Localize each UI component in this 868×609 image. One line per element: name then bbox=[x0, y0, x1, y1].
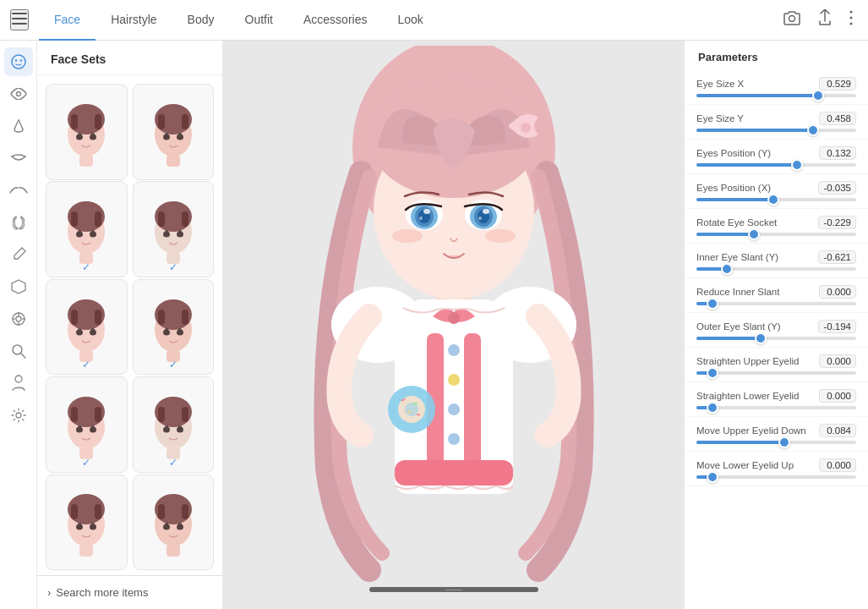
face-item[interactable]: ✓ bbox=[133, 376, 215, 473]
svg-point-28 bbox=[90, 134, 96, 140]
param-row: Move Upper Eyelid Down 0.084 bbox=[685, 417, 868, 452]
param-row: Eye Size Y 0.458 bbox=[685, 105, 868, 140]
svg-point-60 bbox=[90, 329, 96, 335]
params-title: Parameters bbox=[685, 41, 868, 70]
param-slider[interactable] bbox=[696, 441, 856, 444]
sidebar-shape-btn[interactable] bbox=[4, 272, 33, 301]
svg-marker-11 bbox=[12, 280, 25, 294]
face-grid: ✓ ✓ ✓ ✓ bbox=[37, 75, 222, 575]
sidebar-mouth-btn[interactable] bbox=[4, 144, 33, 173]
sidebar-eye-btn[interactable] bbox=[4, 80, 33, 108]
sidebar-search-btn[interactable] bbox=[4, 337, 33, 365]
face-item[interactable] bbox=[133, 475, 215, 571]
svg-rect-65 bbox=[158, 310, 165, 325]
svg-rect-50 bbox=[182, 211, 188, 227]
face-item[interactable]: ✓ bbox=[133, 181, 215, 277]
sidebar-person-btn[interactable] bbox=[4, 369, 33, 398]
svg-rect-101 bbox=[167, 545, 180, 557]
share-button[interactable] bbox=[812, 6, 838, 34]
sidebar-highlight-btn[interactable] bbox=[4, 304, 33, 333]
top-navigation: Face Hairstyle Body Outfit Accessories L… bbox=[0, 0, 868, 41]
svg-point-52 bbox=[177, 232, 183, 238]
param-row: Rotate Eye Socket -0.229 bbox=[685, 209, 868, 244]
param-slider[interactable] bbox=[696, 129, 856, 132]
tab-hairstyle[interactable]: Hairstyle bbox=[96, 0, 172, 41]
svg-point-100 bbox=[177, 524, 183, 530]
svg-point-91 bbox=[76, 524, 83, 530]
svg-rect-74 bbox=[95, 407, 101, 422]
search-more-button[interactable]: › Search more items bbox=[47, 586, 148, 599]
sidebar-face-btn[interactable] bbox=[4, 47, 33, 76]
face-item[interactable]: ✓ bbox=[46, 181, 128, 277]
svg-point-84 bbox=[177, 426, 183, 432]
svg-rect-1 bbox=[12, 18, 27, 19]
svg-point-83 bbox=[163, 426, 170, 432]
svg-point-68 bbox=[177, 329, 183, 335]
svg-rect-41 bbox=[71, 211, 78, 227]
param-label: Straighten Upper Eyelid bbox=[696, 356, 799, 366]
param-slider[interactable] bbox=[696, 406, 856, 409]
param-slider[interactable] bbox=[696, 371, 856, 375]
svg-point-99 bbox=[163, 524, 170, 530]
svg-rect-26 bbox=[95, 114, 101, 129]
param-slider[interactable] bbox=[696, 94, 856, 97]
sidebar-gear-btn[interactable] bbox=[4, 401, 33, 430]
param-label: Reduce Inner Slant bbox=[696, 287, 779, 297]
sidebar-nose-btn[interactable] bbox=[4, 112, 33, 140]
tab-body[interactable]: Body bbox=[172, 0, 230, 41]
checkmark-icon: ✓ bbox=[169, 359, 177, 370]
face-item[interactable] bbox=[46, 84, 128, 180]
tab-face[interactable]: Face bbox=[39, 0, 96, 41]
svg-rect-93 bbox=[79, 545, 93, 557]
svg-point-118 bbox=[483, 209, 489, 214]
more-button[interactable] bbox=[844, 7, 858, 33]
sidebar-brow-btn[interactable] bbox=[4, 176, 33, 205]
param-slider[interactable] bbox=[696, 475, 856, 479]
param-label: Eyes Position (X) bbox=[696, 183, 771, 193]
param-value: -0.229 bbox=[818, 216, 856, 229]
params-panel: Parameters Eye Size X 0.529 Eye Size Y 0… bbox=[684, 41, 868, 609]
svg-point-9 bbox=[19, 59, 21, 61]
sidebar-ear-btn[interactable] bbox=[4, 208, 33, 237]
sidebar-pen-btn[interactable] bbox=[4, 240, 33, 269]
tab-outfit[interactable]: Outfit bbox=[230, 0, 288, 41]
tab-look[interactable]: Look bbox=[382, 0, 438, 41]
param-slider[interactable] bbox=[696, 302, 856, 305]
param-slider[interactable] bbox=[696, 233, 856, 236]
face-item[interactable]: ✓ bbox=[46, 279, 128, 376]
menu-icon[interactable] bbox=[10, 9, 29, 30]
search-more-label: Search more items bbox=[56, 586, 148, 599]
svg-rect-25 bbox=[71, 114, 78, 129]
param-value: 0.000 bbox=[819, 458, 856, 472]
svg-rect-42 bbox=[95, 211, 101, 227]
svg-point-92 bbox=[90, 524, 96, 530]
svg-rect-66 bbox=[182, 310, 188, 325]
svg-rect-89 bbox=[71, 504, 78, 519]
param-label: Eyes Position (Y) bbox=[696, 148, 771, 158]
svg-point-119 bbox=[478, 217, 482, 220]
face-item[interactable] bbox=[133, 84, 215, 180]
param-slider[interactable] bbox=[696, 198, 856, 201]
svg-point-10 bbox=[16, 92, 20, 96]
svg-rect-81 bbox=[158, 407, 165, 422]
face-sets-title: Face Sets bbox=[37, 41, 222, 75]
param-row: Eye Size X 0.529 bbox=[685, 70, 868, 105]
param-value: 0.000 bbox=[819, 389, 856, 403]
chevron-right-icon: › bbox=[47, 586, 51, 599]
nav-tabs: Face Hairstyle Body Outfit Accessories L… bbox=[39, 0, 778, 41]
param-label: Rotate Eye Socket bbox=[696, 217, 777, 228]
param-slider[interactable] bbox=[696, 267, 856, 271]
param-row: Reduce Inner Slant 0.000 bbox=[685, 278, 868, 313]
tab-accessories[interactable]: Accessories bbox=[288, 0, 382, 41]
face-item[interactable]: ✓ bbox=[46, 376, 128, 473]
param-row: Straighten Upper Eyelid 0.000 bbox=[685, 348, 868, 382]
param-label: Eye Size Y bbox=[696, 113, 744, 123]
camera-button[interactable] bbox=[778, 7, 805, 33]
svg-point-4 bbox=[850, 11, 853, 14]
svg-rect-140 bbox=[395, 460, 513, 486]
face-item[interactable] bbox=[46, 475, 128, 571]
param-slider[interactable] bbox=[696, 337, 856, 340]
face-item[interactable]: ✓ bbox=[133, 279, 215, 376]
param-slider[interactable] bbox=[696, 163, 856, 167]
svg-point-67 bbox=[163, 329, 170, 335]
